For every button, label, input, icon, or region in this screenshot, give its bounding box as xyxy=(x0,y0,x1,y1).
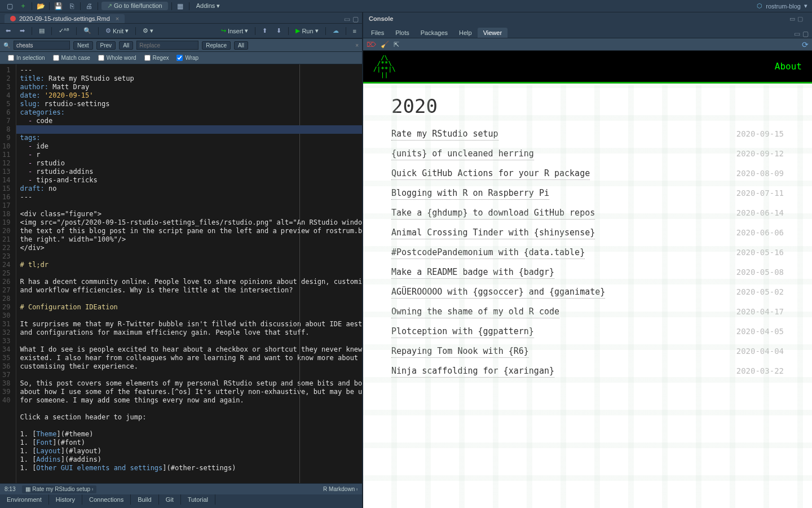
addins-menu[interactable]: Addins ▾ xyxy=(193,2,224,10)
about-link[interactable]: About xyxy=(775,61,802,72)
clear-viewer-icon[interactable]: ⌦ xyxy=(367,41,376,49)
post-title[interactable]: Plotception with {ggpattern} xyxy=(391,326,534,338)
blog-post[interactable]: Repaying Tom Nook with {R6}2020-04-04 xyxy=(391,346,784,358)
blog-post[interactable]: Owning the shame of my old R code2020-04… xyxy=(391,306,784,318)
blog-post[interactable]: #PostcodePandemonium with {data.table}20… xyxy=(391,247,784,259)
grid-icon[interactable]: ▦ xyxy=(175,2,186,11)
blog-post[interactable]: Ninja scaffolding for {xaringan}2020-03-… xyxy=(391,366,784,378)
console-max-icon[interactable]: ▢ xyxy=(797,15,803,23)
bottom-tab-environment[interactable]: Environment xyxy=(0,494,49,505)
show-outline-icon[interactable]: ▤ xyxy=(37,27,47,35)
blog-post[interactable]: Rate my RStudio setup2020-09-15 xyxy=(391,129,784,141)
project-name[interactable]: rostrum-blog xyxy=(766,3,801,10)
popout-icon[interactable]: ⇱ xyxy=(394,41,399,49)
find-next-button[interactable]: Next xyxy=(73,41,93,50)
broom-icon[interactable]: 🧹 xyxy=(381,41,389,49)
post-title[interactable]: Repaying Tom Nook with {R6} xyxy=(391,346,529,358)
find-prev-button[interactable]: Prev xyxy=(96,41,116,50)
section-crumb[interactable]: ▦ Rate my RStudio setup ⦂ xyxy=(22,485,96,493)
post-title[interactable]: {units} of uncleaned herring xyxy=(391,148,534,160)
spellcheck-icon[interactable]: ✓ᴬᴮ xyxy=(56,27,72,35)
run-button[interactable]: ▶Run ▾ xyxy=(293,27,320,35)
rpane-max-icon[interactable]: ▢ xyxy=(802,30,809,38)
viewer-pane[interactable]: /\ /**\ /|**|\ || About 2020 Rate my RSt… xyxy=(363,51,812,508)
minimize-pane-icon[interactable]: ▭ xyxy=(344,15,350,23)
find-all-button[interactable]: All xyxy=(119,41,133,50)
post-date: 2020-05-16 xyxy=(736,248,784,257)
console-min-icon[interactable]: ▭ xyxy=(789,15,795,23)
find-icon[interactable]: 🔍 xyxy=(81,27,94,35)
blog-post[interactable]: AGÜEROOOOO with {ggsoccer} and {gganimat… xyxy=(391,287,784,299)
knit-button[interactable]: ⚙Knit ▾ xyxy=(103,27,131,35)
blog-year-heading: 2020 xyxy=(391,95,784,117)
opt-wrap[interactable]: Wrap xyxy=(176,55,198,61)
close-find-icon[interactable]: × xyxy=(355,42,359,49)
file-tab[interactable]: 2020-09-15-rstudio-settings.Rmd × xyxy=(5,14,125,23)
post-date: 2020-05-02 xyxy=(736,287,784,296)
bottom-tab-tutorial[interactable]: Tutorial xyxy=(181,494,215,505)
blog-post[interactable]: Animal Crossing Tinder with {shinysense}… xyxy=(391,227,784,239)
save-all-icon[interactable]: ⎘ xyxy=(67,2,77,11)
blog-post[interactable]: Make a README badge with {badgr}2020-05-… xyxy=(391,267,784,279)
prev-chunk-icon[interactable]: ⬆ xyxy=(260,27,270,35)
goto-file-function[interactable]: ↗ Go to file/function xyxy=(102,2,168,10)
outline-toggle-icon[interactable]: ≡ xyxy=(351,27,359,35)
opt-whole-word[interactable]: Whole word xyxy=(98,55,136,61)
replace-button[interactable]: Replace xyxy=(202,41,231,50)
post-title[interactable]: Ninja scaffolding for {xaringan} xyxy=(391,366,554,378)
post-title[interactable]: AGÜEROOOOO with {ggsoccer} and {gganimat… xyxy=(391,287,605,299)
bottom-tab-connections[interactable]: Connections xyxy=(82,494,131,505)
post-title[interactable]: Rate my RStudio setup xyxy=(391,129,498,141)
new-file-icon[interactable]: ▢ xyxy=(5,2,15,11)
rtab-files[interactable]: Files xyxy=(365,28,390,38)
post-title[interactable]: Make a README badge with {badgr} xyxy=(391,267,554,279)
save-icon[interactable]: 💾 xyxy=(53,2,63,11)
insert-button[interactable]: ↪Insert ▾ xyxy=(219,27,251,35)
publish-icon[interactable]: ☁ xyxy=(330,27,341,35)
print-icon[interactable]: 🖨 xyxy=(84,2,94,11)
blog-post[interactable]: Take a {ghdump} to download GitHub repos… xyxy=(391,208,784,220)
find-options: In selection Match case Whole word Regex… xyxy=(0,52,362,64)
blog-post[interactable]: Quick GitHub Actions for your R package2… xyxy=(391,168,784,180)
project-menu-chevron-icon[interactable]: ▾ xyxy=(804,2,807,10)
post-title[interactable]: Take a {ghdump} to download GitHub repos xyxy=(391,208,595,220)
bottom-tab-git[interactable]: Git xyxy=(159,494,181,505)
post-title[interactable]: #PostcodePandemonium with {data.table} xyxy=(391,247,585,259)
post-title[interactable]: Blogging with R on Raspberry Pi xyxy=(391,188,549,200)
refresh-icon[interactable]: ⟳ xyxy=(802,40,809,49)
post-title[interactable]: Animal Crossing Tinder with {shinysense} xyxy=(391,227,595,239)
forward-icon[interactable]: ➡ xyxy=(17,27,27,35)
search-icon: 🔍 xyxy=(3,42,10,49)
blog-post[interactable]: Blogging with R on Raspberry Pi2020-07-1… xyxy=(391,188,784,200)
source-editor[interactable]: 1234567891011121314151617181920212223242… xyxy=(0,64,362,483)
maximize-pane-icon[interactable]: ▢ xyxy=(352,15,359,23)
opt-match-case[interactable]: Match case xyxy=(53,55,90,61)
open-file-icon[interactable]: 📂 xyxy=(36,2,46,11)
blog-post[interactable]: Plotception with {ggpattern}2020-04-05 xyxy=(391,326,784,338)
code-area[interactable]: ---title: Rate my RStudio setupauthor: M… xyxy=(16,64,362,483)
replace-all-button[interactable]: All xyxy=(234,41,248,50)
bottom-tab-history[interactable]: History xyxy=(49,494,82,505)
file-mode[interactable]: R Markdown ⦂ xyxy=(323,486,358,493)
next-chunk-icon[interactable]: ⬇ xyxy=(274,27,284,35)
opt-in-selection[interactable]: In selection xyxy=(8,55,45,61)
replace-input[interactable] xyxy=(136,41,198,50)
find-input[interactable] xyxy=(14,41,70,50)
rtab-help[interactable]: Help xyxy=(453,28,478,38)
back-icon[interactable]: ⬅ xyxy=(3,27,13,35)
file-tab-label: 2020-09-15-rstudio-settings.Rmd xyxy=(19,15,110,22)
rtab-viewer[interactable]: Viewer xyxy=(478,28,508,38)
post-date: 2020-04-04 xyxy=(736,347,784,356)
rtab-packages[interactable]: Packages xyxy=(415,28,453,38)
gear-icon[interactable]: ⚙ ▾ xyxy=(140,27,156,35)
line-gutter: 1234567891011121314151617181920212223242… xyxy=(0,64,16,483)
opt-regex[interactable]: Regex xyxy=(144,55,169,61)
rpane-min-icon[interactable]: ▭ xyxy=(794,30,800,38)
bottom-tab-build[interactable]: Build xyxy=(131,494,158,505)
rtab-plots[interactable]: Plots xyxy=(390,28,414,38)
blog-post[interactable]: {units} of uncleaned herring2020-09-12 xyxy=(391,148,784,160)
post-title[interactable]: Owning the shame of my old R code xyxy=(391,306,559,318)
new-project-icon[interactable]: ＋ xyxy=(18,2,28,11)
post-title[interactable]: Quick GitHub Actions for your R package xyxy=(391,168,590,180)
close-tab-icon[interactable]: × xyxy=(116,15,119,22)
